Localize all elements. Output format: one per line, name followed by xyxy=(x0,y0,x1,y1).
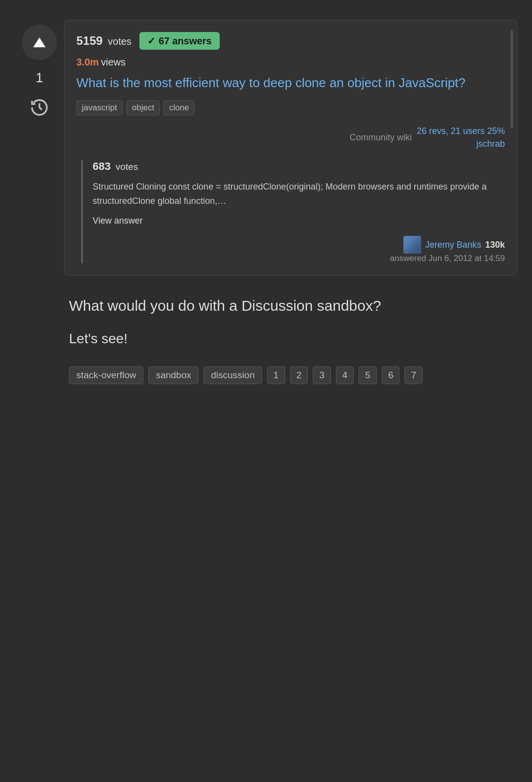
discussion-title: What would you do with a Discussion sand… xyxy=(69,295,512,316)
bottom-tags-row: stack-overflow sandbox discussion 1 2 3 … xyxy=(69,366,512,384)
avatar-image xyxy=(403,236,421,254)
tags-row: javascript object clone xyxy=(76,100,505,115)
page-number: 1 xyxy=(35,70,43,86)
tag-5[interactable]: 5 xyxy=(359,366,377,384)
answer-author-row: Jeremy Banks 130k xyxy=(403,236,505,254)
community-wiki-label: Community wiki xyxy=(350,132,412,143)
history-button[interactable] xyxy=(28,96,51,119)
views-count: 3.0m xyxy=(76,57,99,67)
revs-info: 26 revs, 21 users 25% jschrab xyxy=(417,125,505,150)
tag-stack-overflow[interactable]: stack-overflow xyxy=(69,366,143,384)
question-card: 5159 votes ✓ 67 answers 3.0m views What … xyxy=(64,20,517,276)
svg-marker-0 xyxy=(33,37,46,47)
tag-clone[interactable]: clone xyxy=(164,100,195,115)
votes-label: votes xyxy=(108,36,132,47)
community-wiki-row: Community wiki 26 revs, 21 users 25% jsc… xyxy=(76,125,505,150)
answer-meta: Jeremy Banks 130k answered Jun 6, 2012 a… xyxy=(93,236,505,263)
answer-text: Structured Cloning const clone = structu… xyxy=(93,180,505,208)
answers-count: 67 answers xyxy=(159,35,212,47)
answers-badge: ✓ 67 answers xyxy=(139,32,220,50)
view-answer-link[interactable]: View answer xyxy=(93,216,505,226)
upvote-arrow-icon xyxy=(32,35,47,50)
revs-user[interactable]: jschrab xyxy=(417,138,505,150)
lets-see: Let's see! xyxy=(69,331,512,347)
tag-discussion[interactable]: discussion xyxy=(203,366,262,384)
tag-7[interactable]: 7 xyxy=(404,366,423,384)
question-title[interactable]: What is the most efficient way to deep c… xyxy=(76,74,505,92)
upvote-button[interactable] xyxy=(22,25,57,60)
answer-date: Jun 6, 2012 at 14:59 xyxy=(429,254,505,263)
views-label-text: views xyxy=(101,57,126,67)
tag-object[interactable]: object xyxy=(127,100,160,115)
answer-snippet: 683 votes Structured Cloning const clone… xyxy=(81,160,505,264)
tag-6[interactable]: 6 xyxy=(382,366,400,384)
answer-author[interactable]: Jeremy Banks xyxy=(425,240,481,250)
tag-javascript[interactable]: javascript xyxy=(76,100,123,115)
tag-1[interactable]: 1 xyxy=(267,366,285,384)
answer-votes: 683 votes xyxy=(93,160,505,173)
avatar xyxy=(403,236,421,254)
page-container: 1 5159 votes ✓ 67 answers xyxy=(0,10,532,409)
views-row: 3.0m views xyxy=(76,57,505,68)
left-sidebar: 1 xyxy=(15,20,64,119)
question-header: 5159 votes ✓ 67 answers xyxy=(76,32,505,50)
discussion-section: What would you do with a Discussion sand… xyxy=(64,276,517,399)
tag-sandbox[interactable]: sandbox xyxy=(148,366,199,384)
tag-2[interactable]: 2 xyxy=(290,366,308,384)
checkmark-icon: ✓ xyxy=(147,35,156,47)
tag-4[interactable]: 4 xyxy=(336,366,354,384)
answer-rep: 130k xyxy=(485,240,505,250)
tag-3[interactable]: 3 xyxy=(313,366,331,384)
vote-count: 5159 votes xyxy=(76,34,132,48)
answer-votes-label: votes xyxy=(116,162,138,172)
main-content: 5159 votes ✓ 67 answers 3.0m views What … xyxy=(64,20,517,399)
history-icon xyxy=(30,98,49,117)
revs-link[interactable]: 26 revs, 21 users 25% xyxy=(417,125,505,137)
answer-date-row: answered Jun 6, 2012 at 14:59 xyxy=(390,254,505,263)
answered-label: answered xyxy=(390,254,427,263)
